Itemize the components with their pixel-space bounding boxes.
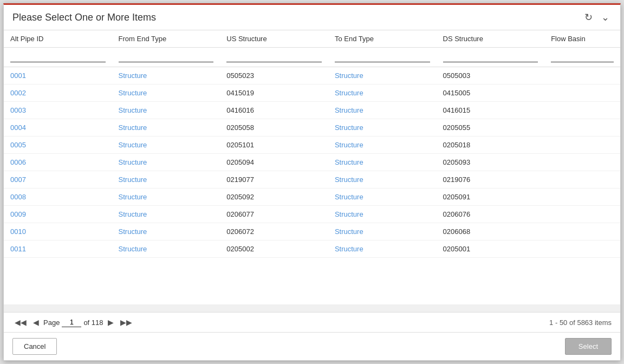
cell-alt-pipe-id: 0004 xyxy=(4,119,112,136)
filter-us-structure-input[interactable] xyxy=(226,52,322,62)
column-header-row: Alt Pipe ID From End Type US Structure T… xyxy=(4,30,620,48)
table-row[interactable]: 0009Structure0206077Structure0206076 xyxy=(4,206,620,223)
page-number-input[interactable] xyxy=(62,317,81,327)
cell-flow-basin xyxy=(544,154,620,171)
first-page-button[interactable]: ◀◀ xyxy=(12,317,29,328)
cell-ds-structure: 0416015 xyxy=(437,102,545,119)
filter-flow-basin-input[interactable] xyxy=(551,52,614,62)
filter-from-end-input[interactable] xyxy=(119,52,214,62)
cell-us-structure: 0505023 xyxy=(220,67,328,84)
cell-alt-pipe-id: 0006 xyxy=(4,154,112,171)
cell-to-end-type: Structure xyxy=(328,240,437,258)
cell-alt-pipe-id: 0011 xyxy=(4,240,112,258)
col-header-us-structure: US Structure xyxy=(220,30,328,48)
filter-ds-structure-input[interactable] xyxy=(443,52,538,62)
table-row[interactable]: 0011Structure0205002Structure0205001 xyxy=(4,240,620,258)
cell-us-structure: 0415019 xyxy=(220,84,328,102)
col-header-flow-basin: Flow Basin xyxy=(544,30,620,48)
filter-row xyxy=(4,48,620,67)
table-scroll-area[interactable]: Alt Pipe ID From End Type US Structure T… xyxy=(4,30,620,304)
table-row[interactable]: 0006Structure0205094Structure0205093 xyxy=(4,154,620,171)
filter-us-structure[interactable] xyxy=(220,48,328,67)
cell-flow-basin xyxy=(544,240,620,258)
next-page-button[interactable]: ▶ xyxy=(106,317,116,328)
cell-from-end-type: Structure xyxy=(112,171,220,188)
filter-alt-pipe-input[interactable] xyxy=(10,52,106,62)
cell-from-end-type: Structure xyxy=(112,84,220,102)
table-row[interactable]: 0007Structure0219077Structure0219076 xyxy=(4,171,620,188)
collapse-button[interactable]: ⌄ xyxy=(599,10,612,24)
cell-alt-pipe-id: 0010 xyxy=(4,223,112,240)
cell-us-structure: 0205058 xyxy=(220,119,328,136)
cell-flow-basin xyxy=(544,136,620,154)
cell-flow-basin xyxy=(544,119,620,136)
cancel-button[interactable]: Cancel xyxy=(12,338,57,355)
cell-ds-structure: 0415005 xyxy=(437,84,545,102)
cell-ds-structure: 0205018 xyxy=(437,136,545,154)
cell-from-end-type: Structure xyxy=(112,136,220,154)
filter-from-end[interactable] xyxy=(112,48,220,67)
cell-us-structure: 0205092 xyxy=(220,188,328,206)
table-row[interactable]: 0004Structure0205058Structure0205055 xyxy=(4,119,620,136)
cell-from-end-type: Structure xyxy=(112,188,220,206)
cell-us-structure: 0206072 xyxy=(220,223,328,240)
cell-flow-basin xyxy=(544,102,620,119)
main-dialog: Please Select One or More Items ↻ ⌄ Alt … xyxy=(3,3,621,361)
cell-alt-pipe-id: 0003 xyxy=(4,102,112,119)
refresh-button[interactable]: ↻ xyxy=(582,10,595,24)
col-header-to-end-type: To End Type xyxy=(328,30,437,48)
cell-from-end-type: Structure xyxy=(112,102,220,119)
table-row[interactable]: 0008Structure0205092Structure0205091 xyxy=(4,188,620,206)
cell-to-end-type: Structure xyxy=(328,154,437,171)
horizontal-scrollbar[interactable] xyxy=(4,304,620,312)
dialog-header: Please Select One or More Items ↻ ⌄ xyxy=(4,5,620,30)
cell-alt-pipe-id: 0001 xyxy=(4,67,112,84)
of-pages-label: of 118 xyxy=(83,318,103,327)
cell-from-end-type: Structure xyxy=(112,223,220,240)
cell-flow-basin xyxy=(544,171,620,188)
col-header-ds-structure: DS Structure xyxy=(437,30,545,48)
page-label: Page xyxy=(43,318,60,327)
pagination-bar: ◀◀ ◀ Page of 118 ▶ ▶▶ 1 - 50 of 5863 ite… xyxy=(4,312,620,332)
cell-alt-pipe-id: 0007 xyxy=(4,171,112,188)
table-row[interactable]: 0002Structure0415019Structure0415005 xyxy=(4,84,620,102)
cell-alt-pipe-id: 0005 xyxy=(4,136,112,154)
cell-us-structure: 0219077 xyxy=(220,171,328,188)
cell-ds-structure: 0205055 xyxy=(437,119,545,136)
filter-ds-structure[interactable] xyxy=(437,48,545,67)
cell-ds-structure: 0219076 xyxy=(437,171,545,188)
cell-ds-structure: 0206068 xyxy=(437,223,545,240)
filter-alt-pipe[interactable] xyxy=(4,48,112,67)
data-table: Alt Pipe ID From End Type US Structure T… xyxy=(4,30,620,258)
cell-to-end-type: Structure xyxy=(328,102,437,119)
cell-flow-basin xyxy=(544,223,620,240)
table-row[interactable]: 0003Structure0416016Structure0416015 xyxy=(4,102,620,119)
cell-flow-basin xyxy=(544,188,620,206)
items-summary: 1 - 50 of 5863 items xyxy=(549,318,612,327)
filter-to-end-input[interactable] xyxy=(335,52,430,62)
cell-ds-structure: 0206076 xyxy=(437,206,545,223)
select-button[interactable]: Select xyxy=(565,338,612,355)
cell-alt-pipe-id: 0009 xyxy=(4,206,112,223)
cell-us-structure: 0205101 xyxy=(220,136,328,154)
dialog-title: Please Select One or More Items xyxy=(12,12,156,23)
table-row[interactable]: 0010Structure0206072Structure0206068 xyxy=(4,223,620,240)
filter-flow-basin[interactable] xyxy=(544,48,620,67)
cell-to-end-type: Structure xyxy=(328,136,437,154)
header-icons: ↻ ⌄ xyxy=(582,10,612,24)
cell-from-end-type: Structure xyxy=(112,154,220,171)
prev-page-button[interactable]: ◀ xyxy=(31,317,41,328)
cell-alt-pipe-id: 0002 xyxy=(4,84,112,102)
cell-us-structure: 0205094 xyxy=(220,154,328,171)
cell-from-end-type: Structure xyxy=(112,119,220,136)
filter-to-end[interactable] xyxy=(328,48,437,67)
cell-us-structure: 0206077 xyxy=(220,206,328,223)
cell-ds-structure: 0505003 xyxy=(437,67,545,84)
cell-to-end-type: Structure xyxy=(328,171,437,188)
table-row[interactable]: 0001Structure0505023Structure0505003 xyxy=(4,67,620,84)
cell-to-end-type: Structure xyxy=(328,223,437,240)
table-row[interactable]: 0005Structure0205101Structure0205018 xyxy=(4,136,620,154)
cell-from-end-type: Structure xyxy=(112,206,220,223)
cell-from-end-type: Structure xyxy=(112,67,220,84)
last-page-button[interactable]: ▶▶ xyxy=(118,317,134,328)
